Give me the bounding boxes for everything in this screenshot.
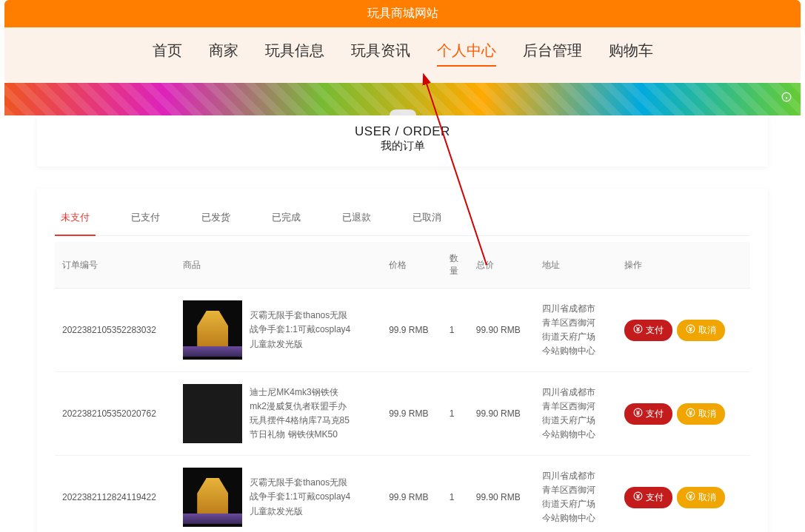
th-price: 价格 bbox=[381, 242, 442, 289]
cell-order-no: 2022382105352020762 bbox=[55, 372, 176, 456]
orders-table: 订单编号 商品 价格 数量 总价 地址 操作 20223821053522830… bbox=[55, 242, 750, 532]
cell-actions: 支付取消 bbox=[617, 289, 750, 372]
nav-item-2[interactable]: 玩具信息 bbox=[265, 41, 324, 65]
cell-price: 99.9 RMB bbox=[381, 372, 442, 456]
nav-item-4[interactable]: 个人中心 bbox=[437, 41, 496, 67]
cancel-button[interactable]: 取消 bbox=[677, 403, 725, 425]
tab-0[interactable]: 未支付 bbox=[55, 203, 96, 236]
cell-qty: 1 bbox=[442, 456, 469, 533]
product-thumbnail[interactable] bbox=[183, 468, 242, 527]
cell-address: 四川省成都市青羊区西御河街道天府广场今站购物中心 bbox=[535, 456, 617, 533]
cell-price: 99.9 RMB bbox=[381, 289, 442, 372]
carousel-indicator[interactable] bbox=[390, 110, 416, 115]
table-row: 2022382105352283032灭霸无限手套thanos无限战争手套1:1… bbox=[55, 289, 750, 372]
cell-address: 四川省成都市青羊区西御河街道天府广场今站购物中心 bbox=[535, 372, 617, 456]
cancel-button[interactable]: 取消 bbox=[677, 320, 725, 341]
th-qty: 数量 bbox=[442, 242, 469, 289]
th-order-no: 订单编号 bbox=[55, 242, 176, 289]
nav-item-1[interactable]: 商家 bbox=[209, 41, 238, 65]
nav-item-5[interactable]: 后台管理 bbox=[523, 41, 582, 65]
cell-total: 99.90 RMB bbox=[469, 289, 535, 372]
svg-point-0 bbox=[782, 92, 791, 101]
cell-qty: 1 bbox=[442, 372, 469, 456]
site-title-banner: 玩具商城网站 bbox=[4, 0, 801, 27]
cell-product: 灭霸无限手套thanos无限战争手套1:1可戴cosplay4 儿童款发光版 bbox=[176, 289, 381, 372]
yen-icon bbox=[633, 491, 643, 503]
th-total: 总价 bbox=[469, 242, 535, 289]
tab-5[interactable]: 已取消 bbox=[407, 203, 447, 235]
order-panel: 未支付已支付已发货已完成已退款已取消 订单编号 商品 价格 数量 总价 地址 操… bbox=[37, 189, 768, 532]
cell-total: 99.90 RMB bbox=[469, 456, 535, 533]
tab-3[interactable]: 已完成 bbox=[266, 203, 307, 235]
cell-order-no: 2022382105352283032 bbox=[55, 289, 176, 372]
product-name: 灭霸无限手套thanos无限战争手套1:1可戴cosplay4 儿童款发光版 bbox=[250, 309, 353, 351]
info-icon bbox=[781, 92, 792, 102]
pay-button[interactable]: 支付 bbox=[624, 487, 672, 508]
tab-2[interactable]: 已发货 bbox=[196, 203, 236, 235]
yen-icon bbox=[633, 324, 643, 336]
product-name: 迪士尼MK4mk3钢铁侠mk2漫威复仇者联盟手办玩具摆件4格纳库7马克85节日礼… bbox=[250, 385, 353, 442]
tab-1[interactable]: 已支付 bbox=[125, 203, 166, 235]
cell-actions: 支付取消 bbox=[617, 372, 750, 456]
product-name: 灭霸无限手套thanos无限战争手套1:1可戴cosplay4 儿童款发光版 bbox=[250, 476, 353, 519]
yen-icon bbox=[686, 324, 695, 336]
cell-order-no: 2022382112824119422 bbox=[55, 456, 176, 533]
table-row: 2022382112824119422灭霸无限手套thanos无限战争手套1:1… bbox=[55, 456, 750, 533]
pay-button[interactable]: 支付 bbox=[624, 320, 672, 341]
cell-actions: 支付取消 bbox=[617, 456, 750, 533]
cell-price: 99.9 RMB bbox=[381, 456, 442, 533]
page-title-en: USER / ORDER bbox=[37, 124, 768, 139]
product-thumbnail[interactable] bbox=[183, 384, 242, 443]
yen-icon bbox=[686, 491, 695, 503]
page-title: USER / ORDER 我的订单 bbox=[37, 115, 768, 166]
cancel-button[interactable]: 取消 bbox=[677, 487, 725, 508]
yen-icon bbox=[633, 408, 643, 420]
yen-icon bbox=[686, 408, 695, 420]
page-title-zh: 我的订单 bbox=[37, 139, 768, 153]
cell-qty: 1 bbox=[442, 289, 469, 372]
nav-item-6[interactable]: 购物车 bbox=[609, 41, 653, 65]
nav-item-3[interactable]: 玩具资讯 bbox=[351, 41, 410, 65]
cell-product: 迪士尼MK4mk3钢铁侠mk2漫威复仇者联盟手办玩具摆件4格纳库7马克85节日礼… bbox=[176, 372, 381, 456]
order-status-tabs: 未支付已支付已发货已完成已退款已取消 bbox=[55, 203, 750, 236]
th-actions: 操作 bbox=[617, 242, 750, 289]
nav-item-0[interactable]: 首页 bbox=[153, 41, 182, 65]
th-address: 地址 bbox=[535, 242, 617, 289]
cell-product: 灭霸无限手套thanos无限战争手套1:1可戴cosplay4 儿童款发光版 bbox=[176, 456, 381, 533]
hero-image-strip bbox=[4, 83, 801, 115]
pay-button[interactable]: 支付 bbox=[624, 403, 672, 425]
th-product: 商品 bbox=[176, 242, 381, 289]
product-thumbnail[interactable] bbox=[183, 300, 242, 360]
main-nav: 首页商家玩具信息玩具资讯个人中心后台管理购物车 bbox=[4, 27, 801, 83]
cell-total: 99.90 RMB bbox=[469, 372, 535, 456]
cell-address: 四川省成都市青羊区西御河街道天府广场今站购物中心 bbox=[535, 289, 617, 372]
tab-4[interactable]: 已退款 bbox=[336, 203, 377, 235]
table-row: 2022382105352020762迪士尼MK4mk3钢铁侠mk2漫威复仇者联… bbox=[55, 372, 750, 456]
